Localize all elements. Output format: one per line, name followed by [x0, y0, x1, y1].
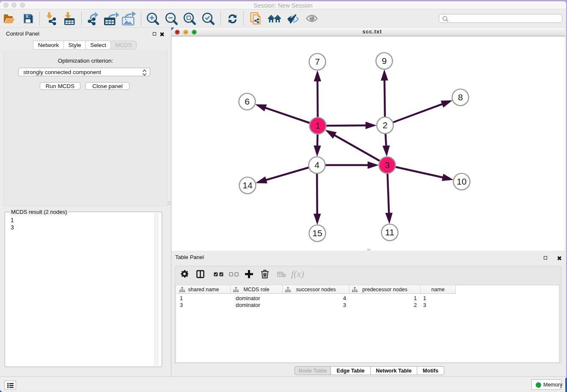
- svg-text:15: 15: [312, 228, 322, 238]
- svg-text:10: 10: [457, 177, 466, 186]
- svg-text:6: 6: [245, 97, 250, 106]
- svg-text:9: 9: [382, 56, 387, 66]
- svg-text:8: 8: [458, 92, 463, 102]
- svg-text:4: 4: [314, 160, 319, 170]
- svg-text:14: 14: [242, 180, 253, 190]
- svg-text:3: 3: [385, 160, 390, 170]
- svg-text:2: 2: [383, 120, 388, 130]
- svg-text:7: 7: [315, 57, 320, 66]
- svg-text:1: 1: [315, 121, 320, 130]
- svg-text:11: 11: [385, 227, 394, 237]
